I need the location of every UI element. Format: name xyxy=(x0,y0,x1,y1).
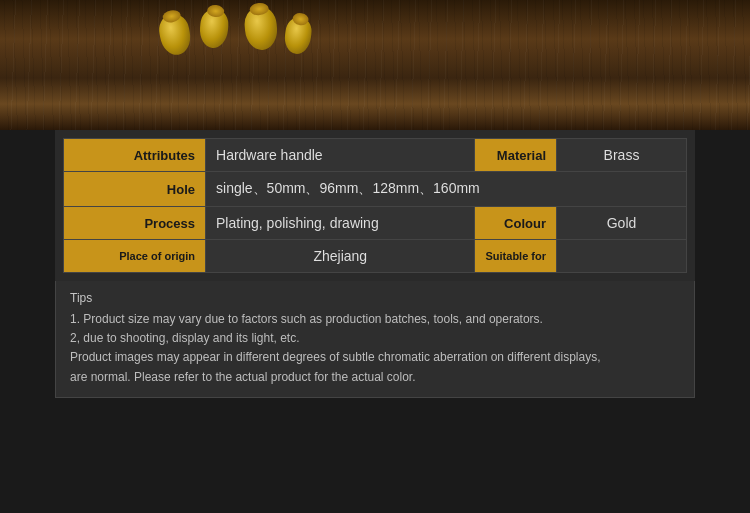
place-of-origin-value: Zhejiang xyxy=(206,240,475,273)
place-of-origin-label: Place of origin xyxy=(64,240,206,273)
material-label: Material xyxy=(475,139,557,172)
colour-value: Gold xyxy=(557,207,687,240)
hole-label: Hole xyxy=(64,172,206,207)
tips-line-1: 1. Product size may vary due to factors … xyxy=(70,310,680,329)
process-label: Process xyxy=(64,207,206,240)
hole-value: single、50mm、96mm、128mm、160mm xyxy=(206,172,687,207)
material-value: Brass xyxy=(557,139,687,172)
tips-title: Tips xyxy=(70,291,680,305)
table-row: Attributes Hardware handle Material Bras… xyxy=(64,139,687,172)
tips-section: Tips 1. Product size may vary due to fac… xyxy=(55,281,695,398)
suitable-for-label: Suitable for xyxy=(475,240,557,273)
colour-label: Colour xyxy=(475,207,557,240)
tips-line-2: 2, due to shooting, display and its ligh… xyxy=(70,329,680,348)
suitable-for-value xyxy=(557,240,687,273)
process-value: Plating, polishing, drawing xyxy=(206,207,475,240)
product-info-container: Attributes Hardware handle Material Bras… xyxy=(55,130,695,281)
attributes-value: Hardware handle xyxy=(206,139,475,172)
product-info-table: Attributes Hardware handle Material Bras… xyxy=(63,138,687,273)
product-image xyxy=(0,0,750,130)
table-row: Place of origin Zhejiang Suitable for xyxy=(64,240,687,273)
attributes-label: Attributes xyxy=(64,139,206,172)
table-row: Hole single、50mm、96mm、128mm、160mm xyxy=(64,172,687,207)
tips-line-4: are normal. Please refer to the actual p… xyxy=(70,368,680,387)
table-row: Process Plating, polishing, drawing Colo… xyxy=(64,207,687,240)
tips-line-3: Product images may appear in different d… xyxy=(70,348,680,367)
